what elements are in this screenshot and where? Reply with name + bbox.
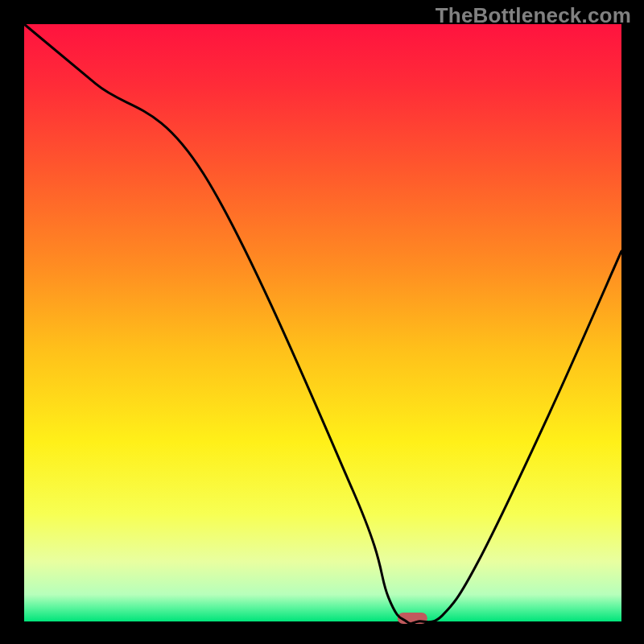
- chart-frame: TheBottleneck.com: [0, 0, 644, 644]
- watermark-text: TheBottleneck.com: [436, 3, 631, 28]
- plot-background: [24, 24, 621, 621]
- bottleneck-chart: [0, 0, 644, 644]
